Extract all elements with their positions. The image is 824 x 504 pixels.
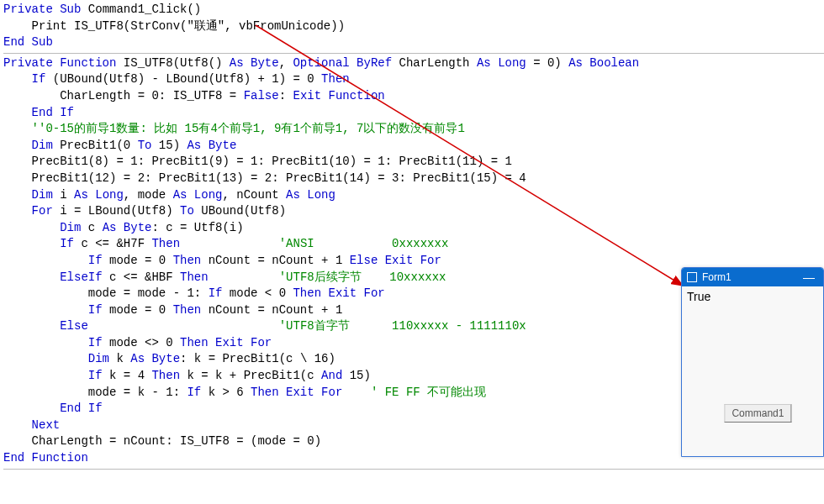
code-line: Print IS_UTF8(StrConv("联通", vbFromUnicod… [3,19,345,33]
code-line: If mode = 0 Then nCount = nCount + 1 Els… [3,254,441,267]
form-icon [687,272,697,282]
code-line: End If [3,106,74,119]
print-output: True [687,290,710,303]
code-line: Private Function IS_UTF8(Utf8() As Byte,… [3,56,639,70]
code-line: Dim i As Long, mode As Long, nCount As L… [3,188,335,202]
code-line: If c <= &H7F Then 'ANSI 0xxxxxxx [3,237,448,250]
code-line: Private Sub Command1_Click() [3,3,201,16]
minimize-button[interactable]: — [800,271,818,283]
code-line: If mode = 0 Then nCount = nCount + 1 [3,303,342,317]
code-line: mode = k - 1: If k > 6 Then Exit For ' F… [3,386,486,399]
code-line: If mode <> 0 Then Exit For [3,336,272,349]
code-line: CharLength = 0: IS_UTF8 = False: Exit Fu… [3,89,385,102]
code-line: Else 'UTF8首字节 110xxxxx - 1111110x [3,319,526,333]
code-line: PrecBit1(8) = 1: PrecBit1(9) = 1: PrecBi… [3,155,512,168]
code-line: Dim PrecBit1(0 To 15) As Byte [3,139,236,152]
code-line: Next [3,418,60,432]
code-line: CharLength = nCount: IS_UTF8 = (mode = 0… [3,434,321,448]
code-line: If k = 4 Then k = k + PrecBit1(c And 15) [3,369,371,382]
command1-button[interactable]: Command1 [724,404,791,423]
section-divider [3,53,824,54]
section-divider [3,469,824,470]
form-titlebar[interactable]: Form1 — [682,268,823,286]
form-client-area: True [682,286,823,307]
code-line: If (UBound(Utf8) - LBound(Utf8) + 1) = 0… [3,72,350,86]
code-line: For i = LBound(Utf8) To UBound(Utf8) [3,204,286,218]
code-line: End Sub [3,35,53,49]
code-line: mode = mode - 1: If mode < 0 Then Exit F… [3,286,385,300]
code-line: End If [3,402,103,415]
vb-form-window[interactable]: Form1 — True Command1 [681,267,824,457]
code-line: Dim k As Byte: k = PrecBit1(c \ 16) [3,352,335,365]
code-line: ''0-15的前导1数量: 比如 15有4个前导1, 9有1个前导1, 7以下的… [3,122,465,135]
code-line: PrecBit1(12) = 2: PrecBit1(13) = 2: Prec… [3,171,526,185]
code-line: ElseIf c <= &HBF Then 'UTF8后续字节 10xxxxxx [3,270,446,284]
form-title: Form1 [702,271,732,283]
code-line: Dim c As Byte: c = Utf8(i) [3,221,244,234]
code-line: End Function [3,451,88,465]
